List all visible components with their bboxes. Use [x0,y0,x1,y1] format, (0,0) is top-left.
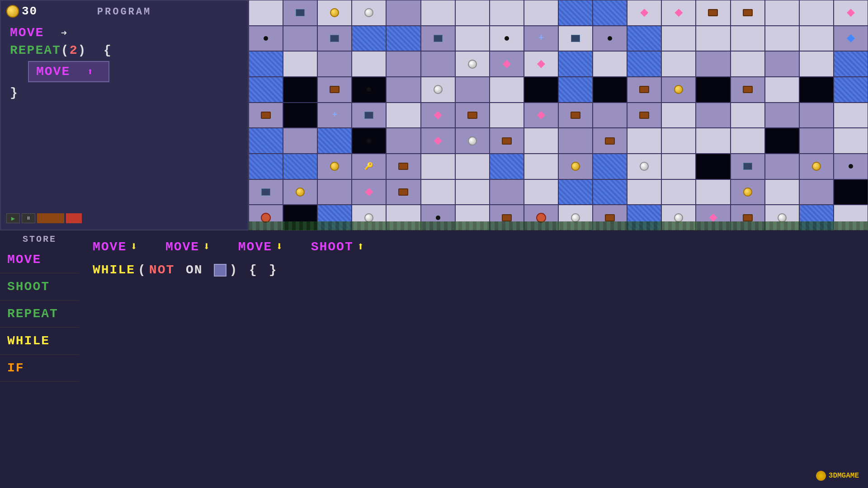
cell [283,128,317,154]
cell [627,26,661,52]
coin-count: 30 [22,5,38,18]
cell [249,154,283,179]
cell [799,0,834,26]
chest [398,163,408,170]
code-inner-block: MOVE ⬆ [28,61,241,86]
gem-pink [434,137,442,145]
cell [455,103,490,128]
coin-white [468,136,477,145]
dot [436,216,440,220]
cell [421,77,455,103]
cell [524,77,558,103]
list-icon [571,35,580,42]
cell [455,179,490,205]
cell [249,103,283,128]
gem-pink [537,60,545,68]
cell [490,51,524,77]
chest [571,112,580,119]
cell [352,0,386,26]
progress-bar [37,213,64,223]
cell [524,51,558,77]
dot [367,139,371,143]
chest [330,86,340,93]
store-item-while[interactable]: WHILE [0,328,79,355]
cell [661,77,696,103]
cell [352,51,386,77]
cell [490,154,524,179]
list-icon [261,188,270,196]
cell [317,128,352,154]
cell [524,179,558,205]
play-button[interactable]: ▶ [6,213,20,223]
cell [249,128,283,154]
cell [283,26,317,52]
arrow-down-icon-1: ⬇ [130,239,138,254]
cell [696,128,730,154]
store-item-repeat[interactable]: REPEAT [0,300,79,328]
while-keyword: WHILE [93,263,135,277]
cell [799,51,834,77]
chest [605,214,615,221]
watermark-icon [816,471,826,481]
dot [367,87,371,92]
cell [627,103,661,128]
cell [558,179,593,205]
coin-icon [6,5,19,18]
cell [455,51,490,77]
code-line-move-inner[interactable]: MOVE ⬆ [28,61,109,82]
cell [731,179,765,205]
cell [352,128,386,154]
tile-icon [214,264,226,277]
cell [834,77,868,103]
cell [731,154,765,179]
coin-display: 30 [6,5,38,18]
chest [743,214,753,221]
cell [661,179,696,205]
dot [505,36,509,41]
cell [283,77,317,103]
cell [731,26,765,52]
plus-icon: + [332,110,337,120]
cell [593,103,627,128]
cell [593,128,627,154]
not-keyword: NOT [149,263,175,277]
cell [696,77,730,103]
suggestion-move-3[interactable]: MOVE ⬇ [238,239,284,254]
list-icon [330,35,339,42]
chest [639,86,649,93]
cell [421,51,455,77]
store-item-shoot[interactable]: SHOOT [0,273,79,300]
store-sidebar: STORE MOVE SHOOT REPEAT WHILE IF [0,230,79,488]
cell [765,179,799,205]
cell [696,0,730,26]
cell [249,0,283,26]
gem-pink [434,111,442,119]
suggestion-move-1[interactable]: MOVE ⬇ [93,239,138,254]
cell [834,154,868,179]
cell [627,51,661,77]
game-panel: + [249,0,868,230]
plus-icon: + [538,33,544,43]
cell [421,0,455,26]
list-icon [434,35,443,42]
cell [799,77,834,103]
cell [421,26,455,52]
chest [743,86,753,93]
suggestion-move-label: MOVE [93,240,127,254]
coin-white [468,60,477,69]
pause-button[interactable]: ⏸ [22,213,35,223]
cell [317,179,352,205]
suggestion-move-label-3: MOVE [238,240,272,254]
cell [455,77,490,103]
suggestion-shoot-1[interactable]: SHOOT ⬆ [311,239,365,254]
cell [317,77,352,103]
watermark-text: 3DMGAME [829,472,859,480]
suggestion-move-2[interactable]: MOVE ⬇ [165,239,211,254]
cell [386,154,420,179]
cell [558,51,593,77]
separator [144,242,160,252]
store-item-move[interactable]: MOVE [0,246,79,273]
cell [421,128,455,154]
coin-white [434,85,443,94]
store-item-if[interactable]: IF [0,355,79,382]
